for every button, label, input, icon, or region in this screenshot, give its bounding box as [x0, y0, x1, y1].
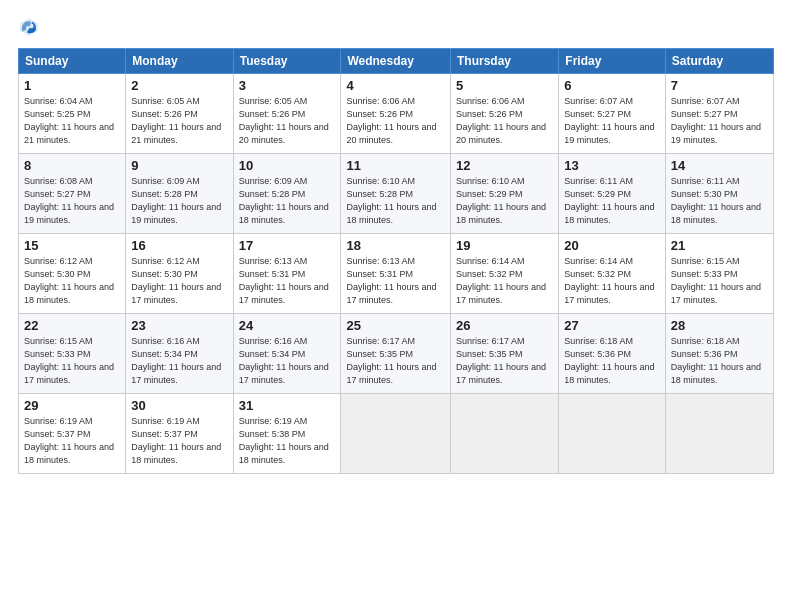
day-info: Sunrise: 6:17 AMSunset: 5:35 PMDaylight:… — [456, 336, 546, 385]
day-info: Sunrise: 6:09 AMSunset: 5:28 PMDaylight:… — [131, 176, 221, 225]
calendar-cell: 18 Sunrise: 6:13 AMSunset: 5:31 PMDaylig… — [341, 234, 451, 314]
day-info: Sunrise: 6:17 AMSunset: 5:35 PMDaylight:… — [346, 336, 436, 385]
day-number: 21 — [671, 238, 768, 253]
day-info: Sunrise: 6:07 AMSunset: 5:27 PMDaylight:… — [564, 96, 654, 145]
day-number: 30 — [131, 398, 227, 413]
calendar-cell: 23 Sunrise: 6:16 AMSunset: 5:34 PMDaylig… — [126, 314, 233, 394]
day-number: 3 — [239, 78, 336, 93]
calendar-week-row: 15 Sunrise: 6:12 AMSunset: 5:30 PMDaylig… — [19, 234, 774, 314]
day-info: Sunrise: 6:16 AMSunset: 5:34 PMDaylight:… — [239, 336, 329, 385]
day-info: Sunrise: 6:15 AMSunset: 5:33 PMDaylight:… — [24, 336, 114, 385]
calendar-cell: 2 Sunrise: 6:05 AMSunset: 5:26 PMDayligh… — [126, 74, 233, 154]
day-info: Sunrise: 6:11 AMSunset: 5:30 PMDaylight:… — [671, 176, 761, 225]
day-number: 11 — [346, 158, 445, 173]
day-number: 26 — [456, 318, 553, 333]
calendar-cell: 24 Sunrise: 6:16 AMSunset: 5:34 PMDaylig… — [233, 314, 341, 394]
day-number: 2 — [131, 78, 227, 93]
calendar-cell: 27 Sunrise: 6:18 AMSunset: 5:36 PMDaylig… — [559, 314, 666, 394]
day-number: 4 — [346, 78, 445, 93]
day-number: 10 — [239, 158, 336, 173]
day-number: 24 — [239, 318, 336, 333]
calendar-cell: 28 Sunrise: 6:18 AMSunset: 5:36 PMDaylig… — [665, 314, 773, 394]
calendar-cell: 3 Sunrise: 6:05 AMSunset: 5:26 PMDayligh… — [233, 74, 341, 154]
day-info: Sunrise: 6:12 AMSunset: 5:30 PMDaylight:… — [24, 256, 114, 305]
day-number: 17 — [239, 238, 336, 253]
logo-icon — [18, 16, 40, 38]
day-number: 27 — [564, 318, 660, 333]
calendar-cell: 26 Sunrise: 6:17 AMSunset: 5:35 PMDaylig… — [451, 314, 559, 394]
page: SundayMondayTuesdayWednesdayThursdayFrid… — [0, 0, 792, 484]
day-number: 31 — [239, 398, 336, 413]
weekday-header: Tuesday — [233, 49, 341, 74]
day-number: 29 — [24, 398, 120, 413]
day-info: Sunrise: 6:08 AMSunset: 5:27 PMDaylight:… — [24, 176, 114, 225]
day-info: Sunrise: 6:12 AMSunset: 5:30 PMDaylight:… — [131, 256, 221, 305]
day-info: Sunrise: 6:18 AMSunset: 5:36 PMDaylight:… — [671, 336, 761, 385]
day-number: 6 — [564, 78, 660, 93]
day-number: 1 — [24, 78, 120, 93]
calendar-cell: 30 Sunrise: 6:19 AMSunset: 5:37 PMDaylig… — [126, 394, 233, 474]
day-info: Sunrise: 6:14 AMSunset: 5:32 PMDaylight:… — [456, 256, 546, 305]
day-number: 7 — [671, 78, 768, 93]
calendar-cell: 10 Sunrise: 6:09 AMSunset: 5:28 PMDaylig… — [233, 154, 341, 234]
calendar-cell: 29 Sunrise: 6:19 AMSunset: 5:37 PMDaylig… — [19, 394, 126, 474]
calendar-cell: 11 Sunrise: 6:10 AMSunset: 5:28 PMDaylig… — [341, 154, 451, 234]
day-number: 12 — [456, 158, 553, 173]
calendar-week-row: 8 Sunrise: 6:08 AMSunset: 5:27 PMDayligh… — [19, 154, 774, 234]
weekday-header: Saturday — [665, 49, 773, 74]
day-info: Sunrise: 6:19 AMSunset: 5:37 PMDaylight:… — [24, 416, 114, 465]
day-number: 15 — [24, 238, 120, 253]
calendar-cell: 19 Sunrise: 6:14 AMSunset: 5:32 PMDaylig… — [451, 234, 559, 314]
calendar-cell — [451, 394, 559, 474]
weekday-header: Wednesday — [341, 49, 451, 74]
day-info: Sunrise: 6:16 AMSunset: 5:34 PMDaylight:… — [131, 336, 221, 385]
calendar-cell — [341, 394, 451, 474]
calendar-cell: 8 Sunrise: 6:08 AMSunset: 5:27 PMDayligh… — [19, 154, 126, 234]
calendar-cell: 12 Sunrise: 6:10 AMSunset: 5:29 PMDaylig… — [451, 154, 559, 234]
day-number: 25 — [346, 318, 445, 333]
calendar-cell: 6 Sunrise: 6:07 AMSunset: 5:27 PMDayligh… — [559, 74, 666, 154]
day-number: 5 — [456, 78, 553, 93]
day-info: Sunrise: 6:10 AMSunset: 5:28 PMDaylight:… — [346, 176, 436, 225]
calendar-cell: 1 Sunrise: 6:04 AMSunset: 5:25 PMDayligh… — [19, 74, 126, 154]
calendar-cell: 21 Sunrise: 6:15 AMSunset: 5:33 PMDaylig… — [665, 234, 773, 314]
calendar-cell: 17 Sunrise: 6:13 AMSunset: 5:31 PMDaylig… — [233, 234, 341, 314]
day-number: 18 — [346, 238, 445, 253]
day-number: 13 — [564, 158, 660, 173]
day-info: Sunrise: 6:05 AMSunset: 5:26 PMDaylight:… — [131, 96, 221, 145]
calendar-cell: 16 Sunrise: 6:12 AMSunset: 5:30 PMDaylig… — [126, 234, 233, 314]
weekday-header: Sunday — [19, 49, 126, 74]
day-info: Sunrise: 6:18 AMSunset: 5:36 PMDaylight:… — [564, 336, 654, 385]
calendar-week-row: 22 Sunrise: 6:15 AMSunset: 5:33 PMDaylig… — [19, 314, 774, 394]
day-info: Sunrise: 6:13 AMSunset: 5:31 PMDaylight:… — [239, 256, 329, 305]
calendar-week-row: 29 Sunrise: 6:19 AMSunset: 5:37 PMDaylig… — [19, 394, 774, 474]
calendar-header-row: SundayMondayTuesdayWednesdayThursdayFrid… — [19, 49, 774, 74]
day-number: 8 — [24, 158, 120, 173]
calendar-cell — [665, 394, 773, 474]
calendar-cell: 25 Sunrise: 6:17 AMSunset: 5:35 PMDaylig… — [341, 314, 451, 394]
day-info: Sunrise: 6:14 AMSunset: 5:32 PMDaylight:… — [564, 256, 654, 305]
day-info: Sunrise: 6:06 AMSunset: 5:26 PMDaylight:… — [456, 96, 546, 145]
calendar-cell: 13 Sunrise: 6:11 AMSunset: 5:29 PMDaylig… — [559, 154, 666, 234]
calendar-table: SundayMondayTuesdayWednesdayThursdayFrid… — [18, 48, 774, 474]
calendar-cell: 7 Sunrise: 6:07 AMSunset: 5:27 PMDayligh… — [665, 74, 773, 154]
calendar-cell: 9 Sunrise: 6:09 AMSunset: 5:28 PMDayligh… — [126, 154, 233, 234]
day-number: 23 — [131, 318, 227, 333]
weekday-header: Friday — [559, 49, 666, 74]
day-info: Sunrise: 6:06 AMSunset: 5:26 PMDaylight:… — [346, 96, 436, 145]
day-info: Sunrise: 6:11 AMSunset: 5:29 PMDaylight:… — [564, 176, 654, 225]
day-info: Sunrise: 6:15 AMSunset: 5:33 PMDaylight:… — [671, 256, 761, 305]
calendar-cell: 5 Sunrise: 6:06 AMSunset: 5:26 PMDayligh… — [451, 74, 559, 154]
weekday-header: Monday — [126, 49, 233, 74]
calendar-cell: 20 Sunrise: 6:14 AMSunset: 5:32 PMDaylig… — [559, 234, 666, 314]
day-info: Sunrise: 6:09 AMSunset: 5:28 PMDaylight:… — [239, 176, 329, 225]
calendar-cell — [559, 394, 666, 474]
day-info: Sunrise: 6:07 AMSunset: 5:27 PMDaylight:… — [671, 96, 761, 145]
day-info: Sunrise: 6:05 AMSunset: 5:26 PMDaylight:… — [239, 96, 329, 145]
day-info: Sunrise: 6:19 AMSunset: 5:38 PMDaylight:… — [239, 416, 329, 465]
weekday-header: Thursday — [451, 49, 559, 74]
day-number: 19 — [456, 238, 553, 253]
calendar-cell: 14 Sunrise: 6:11 AMSunset: 5:30 PMDaylig… — [665, 154, 773, 234]
day-number: 28 — [671, 318, 768, 333]
day-number: 20 — [564, 238, 660, 253]
